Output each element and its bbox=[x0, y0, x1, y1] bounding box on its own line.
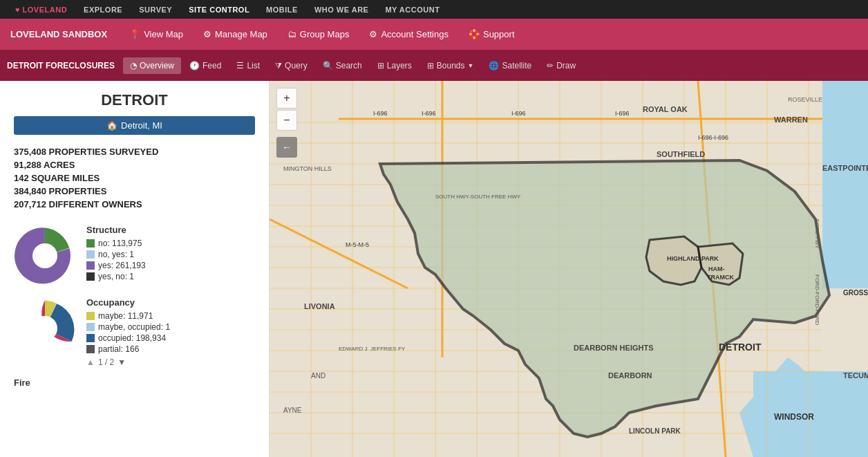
svg-text:HIGHLAND PARK: HIGHLAND PARK bbox=[667, 255, 719, 262]
map-area: ROYAL OAK WARREN SOUTHFIELD EASTPOINTE R… bbox=[270, 81, 868, 457]
support-icon: 🛟 bbox=[469, 29, 480, 39]
group-icon: 🗂 bbox=[287, 29, 296, 39]
bounds-dropdown-arrow: ▼ bbox=[468, 62, 474, 69]
svg-text:I-696: I-696 bbox=[511, 110, 526, 117]
nav-item-survey[interactable]: SURVEY bbox=[131, 6, 180, 14]
structure-chart-title: Structure bbox=[86, 225, 255, 235]
tab-search[interactable]: 🔍 Search bbox=[316, 57, 369, 74]
nav-item-site-control[interactable]: SITE CONTROL bbox=[180, 6, 258, 14]
svg-text:I-696-I-696: I-696-I-696 bbox=[698, 134, 728, 141]
funnel-icon: ⧩ bbox=[275, 61, 282, 71]
fire-label: Fire bbox=[14, 377, 255, 388]
svg-text:TECUMSEH: TECUMSEH bbox=[843, 371, 868, 380]
manage-map-button[interactable]: ⚙ Manage Map bbox=[195, 25, 276, 44]
layers-icon: ⊞ bbox=[377, 61, 384, 71]
svg-text:AND: AND bbox=[311, 372, 326, 380]
svg-text:MINGTON HILLS: MINGTON HILLS bbox=[283, 165, 332, 172]
tab-bounds[interactable]: ⊞ Bounds ▼ bbox=[420, 57, 481, 74]
svg-text:HAM-: HAM- bbox=[708, 265, 725, 272]
svg-point-0 bbox=[32, 243, 57, 268]
legend-maybe-occupied: maybe, occupied: 1 bbox=[86, 322, 255, 332]
stat-properties: 384,840 PROPERTIES bbox=[14, 185, 255, 198]
svg-point-1 bbox=[32, 316, 57, 341]
svg-rect-3 bbox=[822, 81, 868, 288]
svg-text:GROSSE POINTE PARK: GROSSE POINTE PARK bbox=[843, 289, 868, 297]
svg-text:TRAMCK: TRAMCK bbox=[707, 274, 734, 281]
structure-chart-row: Structure no: 113,975 no, yes: 1 yes: 26… bbox=[14, 225, 255, 287]
draw-icon: ✏ bbox=[547, 61, 554, 71]
structure-pie-chart bbox=[14, 225, 76, 287]
tab-layers[interactable]: ⊞ Layers bbox=[370, 57, 419, 74]
tab-satellite[interactable]: 🌐 Satellite bbox=[482, 57, 538, 74]
satellite-icon: 🌐 bbox=[489, 61, 499, 71]
site-title: LOVELAND SANDBOX bbox=[10, 29, 107, 39]
nav-item-loveland[interactable]: ♥ LOVELAND bbox=[7, 6, 75, 14]
support-button[interactable]: 🛟 Support bbox=[460, 25, 523, 44]
zoom-in-button[interactable]: + bbox=[276, 88, 297, 109]
nav-item-explore[interactable]: EXPLORE bbox=[75, 6, 131, 14]
svg-text:WARREN: WARREN bbox=[774, 115, 808, 124]
map-container[interactable]: ROYAL OAK WARREN SOUTHFIELD EASTPOINTE R… bbox=[270, 81, 868, 457]
svg-text:LINCOLN PARK: LINCOLN PARK bbox=[629, 427, 681, 435]
bounds-icon: ⊞ bbox=[427, 61, 434, 71]
nav-item-mobile[interactable]: MOBILE bbox=[258, 6, 306, 14]
legend-color-maybe-occupied bbox=[86, 323, 95, 331]
gear-icon: ⚙ bbox=[369, 29, 377, 39]
svg-text:EASTPOINTE: EASTPOINTE bbox=[822, 164, 868, 172]
legend-color-occupied bbox=[86, 334, 95, 342]
stats-list: 375,408 PROPERTIES SURVEYED 91,288 ACRES… bbox=[14, 145, 255, 211]
svg-text:I-696: I-696 bbox=[373, 110, 388, 117]
list-icon: ☰ bbox=[236, 61, 244, 71]
tab-overview[interactable]: ◔ Overview bbox=[123, 57, 181, 74]
tab-list[interactable]: ☰ List bbox=[229, 57, 267, 74]
sidebar: DETROIT 🏠 Detroit, MI 375,408 PROPERTIES… bbox=[0, 81, 270, 457]
tab-draw[interactable]: ✏ Draw bbox=[540, 57, 583, 74]
legend-yes: yes: 261,193 bbox=[86, 261, 255, 270]
svg-text:I-696: I-696 bbox=[615, 110, 630, 117]
occupancy-pie-chart bbox=[14, 297, 76, 360]
location-badge: 🏠 Detroit, MI bbox=[14, 116, 255, 135]
account-settings-button[interactable]: ⚙ Account Settings bbox=[361, 25, 457, 44]
svg-text:WINDSOR: WINDSOR bbox=[774, 412, 814, 422]
svg-text:EDWARD J. JEFFRIES FY: EDWARD J. JEFFRIES FY bbox=[339, 346, 406, 352]
pagination-occupancy: ▲ 1 / 2 ▼ bbox=[86, 357, 255, 367]
legend-color-no-yes bbox=[86, 250, 95, 259]
occupancy-chart-row: Occupancy maybe: 11,971 maybe, occupied:… bbox=[14, 297, 255, 367]
legend-color-maybe bbox=[86, 312, 95, 320]
tab-query[interactable]: ⧩ Query bbox=[268, 57, 314, 74]
svg-text:FORD-FORD-FORD: FORD-FORD-FORD bbox=[814, 274, 820, 326]
home-icon: 🏠 bbox=[106, 120, 117, 131]
tab-feed[interactable]: 🕐 Feed bbox=[182, 57, 228, 74]
legend-maybe: maybe: 11,971 bbox=[86, 311, 255, 321]
search-icon: 🔍 bbox=[323, 61, 333, 71]
occupancy-chart-legend: Occupancy maybe: 11,971 maybe, occupied:… bbox=[86, 297, 255, 367]
pagination-down-arrow[interactable]: ▼ bbox=[117, 357, 126, 367]
legend-partial: partial: 166 bbox=[86, 344, 255, 354]
legend-yes-no: yes, no: 1 bbox=[86, 272, 255, 281]
stat-properties-surveyed: 375,408 PROPERTIES SURVEYED bbox=[14, 145, 255, 158]
zoom-out-button[interactable]: − bbox=[276, 110, 297, 131]
svg-text:SOUTHFIELD: SOUTHFIELD bbox=[657, 150, 705, 158]
structure-chart-legend: Structure no: 113,975 no, yes: 1 yes: 26… bbox=[86, 225, 255, 283]
legend-color-yes-no bbox=[86, 272, 95, 281]
pie-icon: ◔ bbox=[130, 61, 137, 71]
svg-text:M-5-M-5: M-5-M-5 bbox=[346, 241, 369, 248]
manage-icon: ⚙ bbox=[203, 29, 211, 39]
legend-color-partial bbox=[86, 345, 95, 353]
legend-occupied: occupied: 198,934 bbox=[86, 333, 255, 343]
nav-item-my-account[interactable]: MY ACCOUNT bbox=[377, 6, 448, 14]
group-maps-button[interactable]: 🗂 Group Maps bbox=[279, 25, 358, 44]
view-map-button[interactable]: 📍 View Map bbox=[121, 25, 191, 44]
legend-color-no bbox=[86, 239, 95, 248]
stat-acres: 91,288 ACRES bbox=[14, 158, 255, 171]
map-svg: ROYAL OAK WARREN SOUTHFIELD EASTPOINTE R… bbox=[270, 81, 868, 457]
legend-no-yes: no, yes: 1 bbox=[86, 250, 255, 259]
triangle-up-icon: ▲ bbox=[86, 357, 95, 367]
svg-text:FORD FWY: FORD FWY bbox=[814, 219, 820, 249]
back-button[interactable]: ← bbox=[276, 137, 297, 158]
legend-color-yes bbox=[86, 261, 95, 270]
nav-item-who-we-are[interactable]: WHO WE ARE bbox=[306, 6, 377, 14]
stat-different-owners: 207,712 DIFFERENT OWNERS bbox=[14, 198, 255, 211]
city-title: DETROIT bbox=[14, 91, 255, 109]
svg-text:ROSEVILLE: ROSEVILLE bbox=[788, 96, 822, 103]
